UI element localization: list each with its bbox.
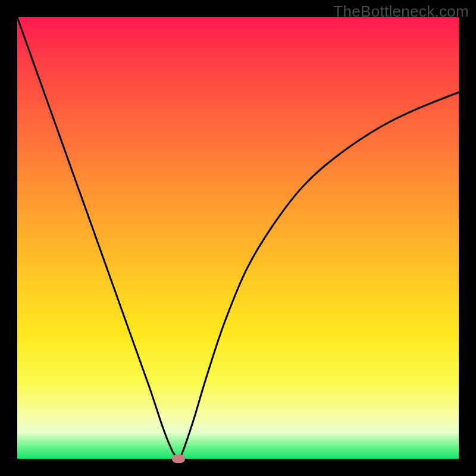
curve-path [17,17,459,459]
bottleneck-curve [17,17,459,459]
chart-frame: TheBottleneck.com [0,0,476,476]
watermark-text: TheBottleneck.com [333,2,469,21]
plot-area [17,17,459,459]
min-marker [172,455,185,463]
